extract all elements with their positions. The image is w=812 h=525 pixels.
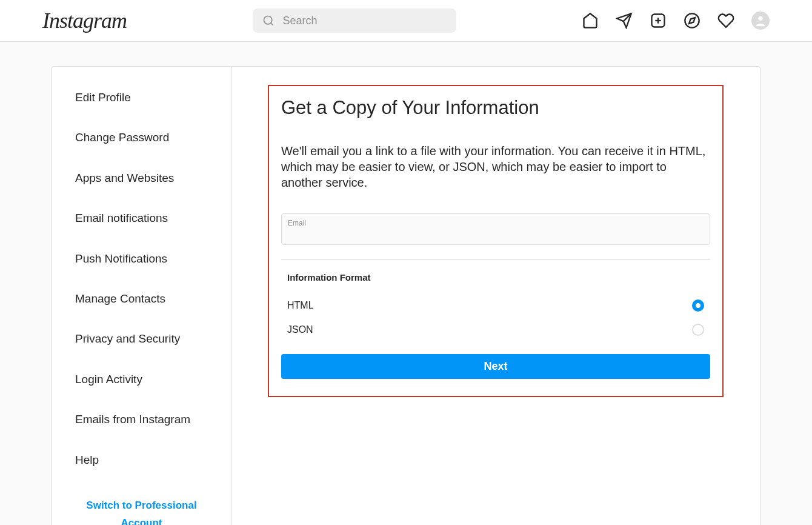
radio-unselected-icon [692,324,704,336]
search-input[interactable] [283,15,447,27]
next-button[interactable]: Next [281,354,710,379]
sidebar-item-privacy-security[interactable]: Privacy and Security [52,319,231,359]
sidebar-item-help[interactable]: Help [52,440,231,480]
format-option-label: JSON [287,324,313,335]
home-icon[interactable] [582,12,599,29]
settings-sidebar: Edit Profile Change Password Apps and We… [52,67,231,525]
sidebar-item-login-activity[interactable]: Login Activity [52,359,231,400]
sidebar-item-email-notifications[interactable]: Email notifications [52,198,231,238]
instagram-logo[interactable]: Instagram [42,8,127,33]
format-option-label: HTML [287,300,314,311]
messages-icon[interactable] [616,12,633,29]
radio-selected-icon [692,299,704,312]
email-field-wrapper[interactable]: Email [281,213,710,245]
format-label: Information Format [281,272,710,283]
main-content: Get a Copy of Your Information We'll ema… [231,67,760,525]
divider [281,259,710,260]
activity-icon[interactable] [717,12,734,29]
sidebar-item-emails-instagram[interactable]: Emails from Instagram [52,400,231,440]
email-input[interactable] [288,229,704,239]
download-data-panel: Get a Copy of Your Information We'll ema… [268,85,724,397]
svg-point-7 [685,13,699,27]
create-icon[interactable] [650,12,667,29]
svg-marker-8 [689,18,695,24]
email-label: Email [288,219,704,227]
svg-point-0 [264,16,271,24]
page-title: Get a Copy of Your Information [281,97,710,119]
sidebar-item-edit-profile[interactable]: Edit Profile [52,78,231,118]
sidebar-item-push-notifications[interactable]: Push Notifications [52,239,231,279]
format-option-json[interactable]: JSON [281,318,710,342]
explore-icon[interactable] [684,12,701,29]
format-option-html[interactable]: HTML [281,293,710,318]
svg-point-9 [758,16,762,21]
page-description: We'll email you a link to a file with yo… [281,143,710,190]
sidebar-item-change-password[interactable]: Change Password [52,118,231,158]
svg-line-1 [270,23,273,25]
switch-professional-link[interactable]: Switch to Professional Account [52,480,231,525]
sidebar-item-manage-contacts[interactable]: Manage Contacts [52,279,231,319]
search-box[interactable] [253,8,456,33]
sidebar-item-apps-websites[interactable]: Apps and Websites [52,158,231,198]
avatar[interactable] [751,12,770,30]
search-icon [262,15,275,27]
nav-icons [582,12,770,30]
header: Instagram [0,0,812,42]
settings-container: Edit Profile Change Password Apps and We… [52,66,760,525]
